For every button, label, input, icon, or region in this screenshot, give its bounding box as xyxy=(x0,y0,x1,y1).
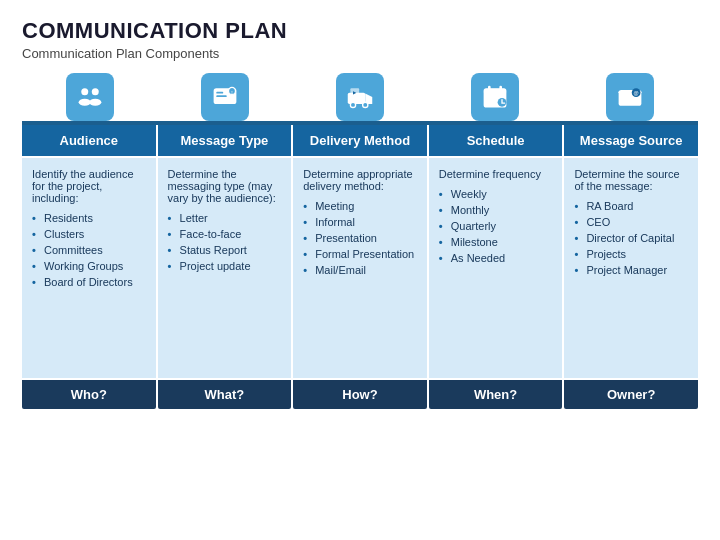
schedule-list: Weekly Monthly Quarterly Milestone As Ne… xyxy=(439,186,553,266)
list-item: Committees xyxy=(32,242,146,258)
svg-point-11 xyxy=(350,102,355,107)
list-item: Weekly xyxy=(439,186,553,202)
list-item: Residents xyxy=(32,210,146,226)
footer-row: Who? What? How? When? Owner? xyxy=(22,380,698,409)
content-delivery-method: Determine appropriate delivery method: M… xyxy=(293,158,427,378)
svg-point-3 xyxy=(89,99,101,106)
list-item: Project Manager xyxy=(574,262,688,278)
list-item: Projects xyxy=(574,246,688,262)
list-item: Letter xyxy=(168,210,282,226)
audience-icon xyxy=(66,73,114,121)
list-item: Milestone xyxy=(439,234,553,250)
header-message-type: Message Type xyxy=(158,125,292,156)
content-audience: Identify the audience for the project, i… xyxy=(22,158,156,378)
list-item: Mail/Email xyxy=(303,262,417,278)
svg-rect-17 xyxy=(488,86,491,91)
svg-point-1 xyxy=(91,88,98,95)
page-title: COMMUNICATION PLAN xyxy=(22,18,698,44)
header-row: Audience Message Type Delivery Method Sc… xyxy=(22,121,698,156)
svg-rect-22 xyxy=(486,102,490,105)
svg-rect-16 xyxy=(484,88,507,94)
content-schedule: Determine frequency Weekly Monthly Quart… xyxy=(429,158,563,378)
list-item: Face-to-face xyxy=(168,226,282,242)
list-item: Presentation xyxy=(303,230,417,246)
list-item: CEO xyxy=(574,214,688,230)
content-message-source: Determine the source of the message: RA … xyxy=(564,158,698,378)
list-item: Board of Directors xyxy=(32,274,146,290)
list-item: As Needed xyxy=(439,250,553,266)
svg-rect-18 xyxy=(500,86,503,91)
icon-cell-source: @ xyxy=(563,73,698,121)
footer-message-source: Owner? xyxy=(564,380,698,409)
svg-rect-19 xyxy=(486,98,490,101)
list-item: Clusters xyxy=(32,226,146,242)
svg-point-12 xyxy=(363,102,368,107)
footer-audience: Who? xyxy=(22,380,156,409)
delivery-icon: ▶ xyxy=(336,73,384,121)
footer-delivery-method: How? xyxy=(293,380,427,409)
icon-cell-delivery: ▶ xyxy=(292,73,427,121)
email-icon: @ xyxy=(606,73,654,121)
svg-text:@: @ xyxy=(634,90,639,96)
communication-plan-table: ! ▶ xyxy=(22,73,698,409)
footer-message-type: What? xyxy=(158,380,292,409)
svg-rect-5 xyxy=(216,92,223,94)
content-row: Identify the audience for the project, i… xyxy=(22,158,698,378)
list-item: Project update xyxy=(168,258,282,274)
icon-row: ! ▶ xyxy=(22,73,698,121)
svg-rect-6 xyxy=(216,95,227,97)
message-icon: ! xyxy=(201,73,249,121)
icon-cell-schedule xyxy=(428,73,563,121)
delivery-list: Meeting Informal Presentation Formal Pre… xyxy=(303,198,417,278)
header-schedule: Schedule xyxy=(429,125,563,156)
audience-list: Residents Clusters Committees Working Gr… xyxy=(32,210,146,290)
message-type-list: Letter Face-to-face Status Report Projec… xyxy=(168,210,282,274)
svg-rect-20 xyxy=(493,98,497,101)
footer-schedule: When? xyxy=(429,380,563,409)
list-item: Formal Presentation xyxy=(303,246,417,262)
svg-point-0 xyxy=(81,88,88,95)
source-list: RA Board CEO Director of Capital Project… xyxy=(574,198,688,278)
list-item: Director of Capital xyxy=(574,230,688,246)
svg-point-2 xyxy=(78,99,90,106)
header-message-source: Message Source xyxy=(564,125,698,156)
list-item: Informal xyxy=(303,214,417,230)
list-item: Status Report xyxy=(168,242,282,258)
header-audience: Audience xyxy=(22,125,156,156)
list-item: Quarterly xyxy=(439,218,553,234)
header-delivery-method: Delivery Method xyxy=(293,125,427,156)
content-message-type: Determine the messaging type (may vary b… xyxy=(158,158,292,378)
icon-cell-message-type: ! xyxy=(157,73,292,121)
list-item: Monthly xyxy=(439,202,553,218)
list-item: RA Board xyxy=(574,198,688,214)
list-item: Working Groups xyxy=(32,258,146,274)
page-subtitle: Communication Plan Components xyxy=(22,46,698,61)
svg-rect-23 xyxy=(493,102,497,105)
schedule-icon xyxy=(471,73,519,121)
icon-cell-audience xyxy=(22,73,157,121)
list-item: Meeting xyxy=(303,198,417,214)
